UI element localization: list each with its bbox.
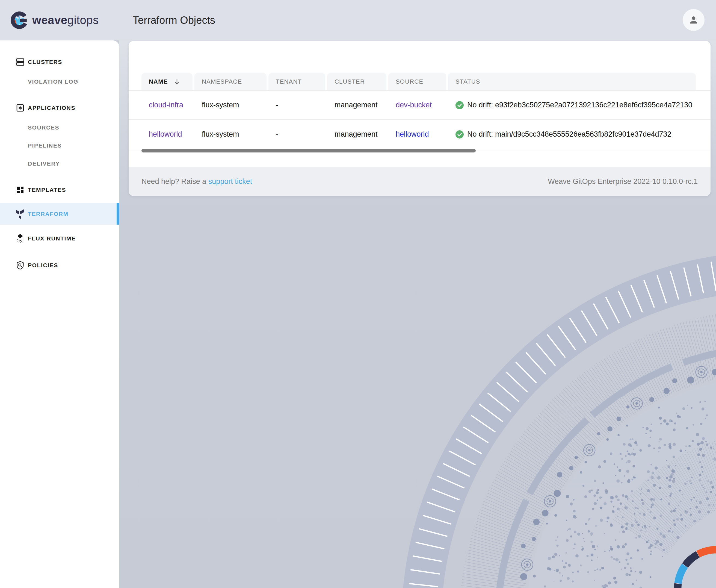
clusters-icon xyxy=(15,57,25,67)
table-header: NAME NAMESPACE TENANT CLUSTER SOURCE STA… xyxy=(129,73,711,91)
sidebar-item-label: POLICIES xyxy=(28,262,58,269)
sidebar: CLUSTERS VIOLATION LOG APPLICATIONS SOUR… xyxy=(0,40,119,588)
cell-cluster: management xyxy=(327,130,386,139)
column-header-status[interactable]: STATUS xyxy=(448,73,696,90)
table-row: helloworld flux-system - management hell… xyxy=(129,120,711,149)
content-area: NAME NAMESPACE TENANT CLUSTER SOURCE STA… xyxy=(119,40,716,588)
status-ok-icon xyxy=(455,130,464,139)
sidebar-item-label: APPLICATIONS xyxy=(28,105,75,111)
terraform-icon xyxy=(15,209,25,219)
help-text: Need help? Raise a support ticket xyxy=(142,177,252,186)
column-header-label: SOURCE xyxy=(396,78,423,85)
templates-icon xyxy=(15,185,25,195)
source-link[interactable]: dev-bucket xyxy=(396,101,432,109)
help-text-label: Need help? Raise a xyxy=(142,177,208,186)
sidebar-item-label: SOURCES xyxy=(28,124,59,131)
app-header: weavegitops Terraform Objects xyxy=(0,0,716,40)
column-header-label: CLUSTER xyxy=(334,78,365,85)
sidebar-item-clusters[interactable]: CLUSTERS xyxy=(0,51,119,73)
sidebar-item-label: CLUSTERS xyxy=(28,59,62,65)
cell-tenant: - xyxy=(268,101,325,109)
column-header-label: TENANT xyxy=(276,78,302,85)
brand-gitops: gitops xyxy=(67,14,99,26)
column-header-label: STATUS xyxy=(455,78,480,85)
cell-namespace: flux-system xyxy=(194,130,266,139)
page-title: Terraform Objects xyxy=(133,0,215,40)
applications-icon xyxy=(15,103,25,113)
column-header-source[interactable]: SOURCE xyxy=(388,73,446,90)
cell-name: helloworld xyxy=(142,130,193,139)
sidebar-item-templates[interactable]: TEMPLATES xyxy=(0,179,119,201)
name-link[interactable]: helloworld xyxy=(149,130,182,138)
cell-source: helloworld xyxy=(388,130,446,139)
support-ticket-link[interactable]: support ticket xyxy=(208,177,252,186)
flux-runtime-icon xyxy=(15,233,25,244)
sidebar-item-label: TERRAFORM xyxy=(28,211,68,217)
column-header-label: NAME xyxy=(149,78,168,85)
sidebar-item-label: DELIVERY xyxy=(28,161,60,167)
brand-weave: weave xyxy=(32,14,67,26)
sidebar-item-label: VIOLATION LOG xyxy=(28,79,79,85)
terraform-objects-card: NAME NAMESPACE TENANT CLUSTER SOURCE STA… xyxy=(129,41,711,196)
table-row: cloud-infra flux-system - management dev… xyxy=(129,91,711,120)
sort-descending-icon xyxy=(174,79,180,85)
status-ok-icon xyxy=(455,101,464,109)
sidebar-item-label: PIPELINES xyxy=(28,142,62,149)
account-button[interactable] xyxy=(683,9,704,31)
sidebar-item-violation-log[interactable]: VIOLATION LOG xyxy=(0,73,119,91)
sidebar-item-applications[interactable]: APPLICATIONS xyxy=(0,97,119,119)
cell-source: dev-bucket xyxy=(388,101,446,109)
version-text: Weave GitOps Enterprise 2022-10 0.10.0-r… xyxy=(548,177,698,186)
sidebar-item-sources[interactable]: SOURCES xyxy=(0,119,119,136)
cell-name: cloud-infra xyxy=(142,101,193,109)
sidebar-item-label: FLUX RUNTIME xyxy=(28,235,76,242)
sidebar-item-label: TEMPLATES xyxy=(28,187,66,193)
status-text: No drift: e93f2eb3c50275e2a0721392136c22… xyxy=(467,101,692,109)
brand-text: weavegitops xyxy=(32,14,99,27)
sidebar-item-terraform[interactable]: TERRAFORM xyxy=(0,203,119,225)
horizontal-scrollbar-thumb[interactable] xyxy=(142,149,476,152)
cell-tenant: - xyxy=(268,130,325,139)
sidebar-item-policies[interactable]: POLICIES xyxy=(0,255,119,276)
weave-gitops-app: weavegitops Terraform Objects CLUSTERS xyxy=(0,0,716,588)
cell-namespace: flux-system xyxy=(194,101,266,109)
column-header-cluster[interactable]: CLUSTER xyxy=(327,73,386,90)
weave-gitops-logo-icon xyxy=(10,11,28,29)
source-link[interactable]: helloworld xyxy=(396,130,429,138)
cell-status: No drift: main/d9c5cc348e555526ea563fb82… xyxy=(448,130,696,139)
policies-icon xyxy=(15,260,25,271)
weave-gitops-logo: weavegitops xyxy=(10,11,99,29)
column-header-namespace[interactable]: NAMESPACE xyxy=(194,73,266,90)
cell-cluster: management xyxy=(327,101,386,109)
column-header-label: NAMESPACE xyxy=(202,78,242,85)
card-footer: Need help? Raise a support ticket Weave … xyxy=(129,167,711,196)
sidebar-nav: CLUSTERS VIOLATION LOG APPLICATIONS SOUR… xyxy=(0,40,119,276)
status-text: No drift: main/d9c5cc348e555526ea563fb82… xyxy=(467,130,672,139)
column-header-tenant[interactable]: TENANT xyxy=(268,73,325,90)
sidebar-item-flux-runtime[interactable]: FLUX RUNTIME xyxy=(0,228,119,249)
cell-status: No drift: e93f2eb3c50275e2a0721392136c22… xyxy=(448,101,696,109)
person-icon xyxy=(688,14,699,26)
sidebar-item-pipelines[interactable]: PIPELINES xyxy=(0,136,119,155)
sidebar-item-delivery[interactable]: DELIVERY xyxy=(0,155,119,173)
column-header-name[interactable]: NAME xyxy=(142,73,193,90)
name-link[interactable]: cloud-infra xyxy=(149,101,183,109)
